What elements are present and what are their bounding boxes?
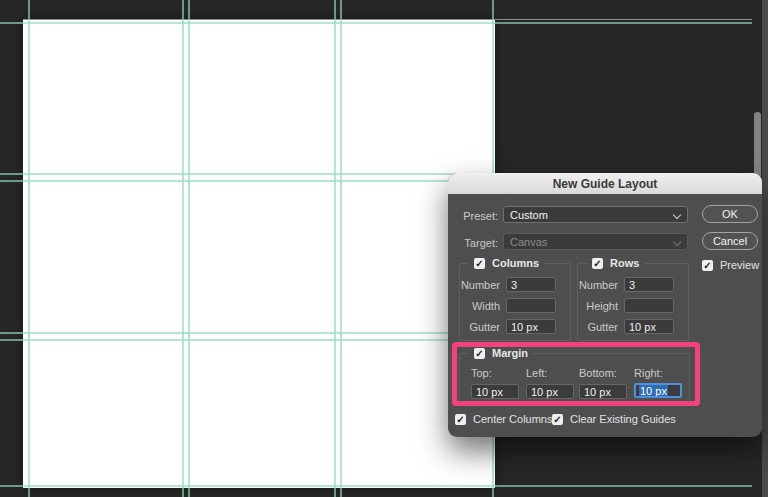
margin-right-label: Right: xyxy=(634,367,663,379)
columns-gutter-field[interactable]: 10 px xyxy=(506,319,556,334)
preset-value: Custom xyxy=(510,209,548,221)
center-columns-label: Center Columns xyxy=(473,413,552,425)
preset-label: Preset: xyxy=(456,210,498,222)
number-label: Number xyxy=(460,279,500,291)
target-value: Canvas xyxy=(510,236,547,248)
rows-group: ✓ Rows Number 3 Height Gutter 10 px xyxy=(577,263,689,341)
document-canvas[interactable] xyxy=(23,19,495,488)
preview-label: Preview xyxy=(720,259,759,271)
cancel-button[interactable]: Cancel xyxy=(702,232,758,250)
target-label: Target: xyxy=(456,237,498,249)
columns-group-label: Columns xyxy=(492,257,539,269)
ok-button[interactable]: OK xyxy=(702,205,758,223)
margin-top-field[interactable]: 10 px xyxy=(471,384,519,399)
rows-gutter-field[interactable]: 10 px xyxy=(624,319,674,334)
preview-checkbox[interactable]: ✓ xyxy=(702,260,713,271)
target-dropdown: Canvas xyxy=(503,233,688,250)
document-edge-line xyxy=(23,19,752,20)
rows-number-field[interactable]: 3 xyxy=(624,277,674,292)
panel-edge xyxy=(762,0,768,497)
margin-right-field[interactable]: 10 px xyxy=(634,383,682,398)
margin-top-label: Top: xyxy=(471,367,492,379)
dialog-title: New Guide Layout xyxy=(448,173,762,194)
columns-group: ✓ Columns Number 3 Width Gutter 10 px xyxy=(459,263,571,341)
gutter-label: Gutter xyxy=(460,321,500,333)
columns-checkbox[interactable]: ✓ xyxy=(474,258,485,269)
new-guide-layout-dialog: New Guide Layout Preset: Custom OK Targe… xyxy=(448,173,762,437)
margin-bottom-field[interactable]: 10 px xyxy=(579,384,627,399)
columns-width-field[interactable] xyxy=(506,298,556,313)
margin-group: ✓ Margin Top: Left: Bottom: Right: 10 px… xyxy=(459,353,690,401)
clear-existing-guides-label: Clear Existing Guides xyxy=(570,413,676,425)
rows-checkbox[interactable]: ✓ xyxy=(592,258,603,269)
clear-existing-guides-checkbox[interactable]: ✓ xyxy=(552,414,563,425)
selected-text: 10 px xyxy=(639,385,668,397)
margin-checkbox[interactable]: ✓ xyxy=(474,348,485,359)
margin-group-label: Margin xyxy=(492,347,528,359)
margin-left-label: Left: xyxy=(526,367,547,379)
margin-left-field[interactable]: 10 px xyxy=(526,384,574,399)
gutter-label: Gutter xyxy=(578,321,618,333)
preset-dropdown[interactable]: Custom xyxy=(503,206,688,223)
chevron-down-icon xyxy=(673,211,681,219)
rows-group-label: Rows xyxy=(610,257,639,269)
columns-number-field[interactable]: 3 xyxy=(506,277,556,292)
center-columns-checkbox[interactable]: ✓ xyxy=(455,414,466,425)
margin-bottom-label: Bottom: xyxy=(579,367,617,379)
rows-height-field[interactable] xyxy=(624,298,674,313)
number-label: Number xyxy=(578,279,618,291)
height-label: Height xyxy=(578,300,618,312)
chevron-down-icon xyxy=(673,238,681,246)
width-label: Width xyxy=(460,300,500,312)
